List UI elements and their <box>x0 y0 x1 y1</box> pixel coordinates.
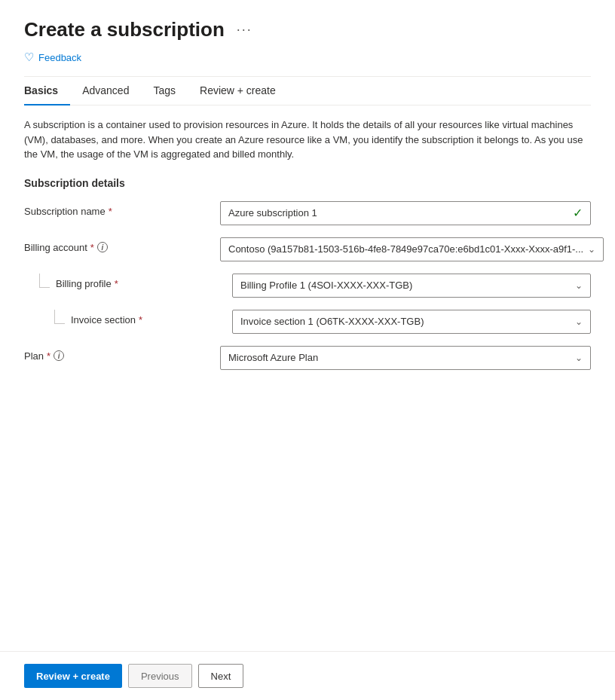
section-title: Subscription details <box>24 177 591 189</box>
billing-account-info-icon[interactable]: i <box>97 242 108 252</box>
subscription-name-label: Subscription name * <box>24 206 220 217</box>
required-indicator: * <box>115 278 118 289</box>
description-text: A subscription is a container used to pr… <box>24 118 591 162</box>
plan-info-icon[interactable]: i <box>54 350 64 361</box>
invoice-section-value: Invoice section 1 (O6TK-XXXX-XXX-TGB) <box>240 316 571 327</box>
billing-account-label: Billing account * i <box>24 242 220 253</box>
tab-review-create[interactable]: Review + create <box>188 77 288 105</box>
billing-profile-dropdown[interactable]: Billing Profile 1 (4SOI-XXXX-XXX-TGB) ⌄ <box>232 274 591 298</box>
previous-button: Previous <box>128 664 192 688</box>
plan-dropdown[interactable]: Microsoft Azure Plan ⌄ <box>220 346 591 370</box>
required-indicator: * <box>109 206 112 217</box>
subscription-name-value: Azure subscription 1 <box>228 207 568 219</box>
heart-icon: ♡ <box>24 50 34 64</box>
footer: Review + create Previous Next <box>0 651 615 700</box>
review-create-button[interactable]: Review + create <box>24 664 122 688</box>
plan-value: Microsoft Azure Plan <box>228 352 571 363</box>
tab-basics[interactable]: Basics <box>24 77 70 105</box>
page-title: Create a subscription <box>24 18 225 41</box>
chevron-down-icon: ⌄ <box>575 353 583 363</box>
billing-account-dropdown[interactable]: Contoso (9a157b81-1503-516b-4fe8-7849e97… <box>220 237 604 261</box>
ellipsis-menu-button[interactable]: ··· <box>232 20 257 39</box>
chevron-down-icon: ⌄ <box>575 280 583 291</box>
next-button[interactable]: Next <box>198 664 244 688</box>
plan-row: Plan * i Microsoft Azure Plan ⌄ <box>24 346 591 370</box>
chevron-down-icon: ⌄ <box>575 316 583 327</box>
invoice-section-dropdown[interactable]: Invoice section 1 (O6TK-XXXX-XXX-TGB) ⌄ <box>232 310 591 334</box>
required-indicator: * <box>90 242 94 253</box>
tab-advanced[interactable]: Advanced <box>70 77 141 105</box>
billing-profile-value: Billing Profile 1 (4SOI-XXXX-XXX-TGB) <box>240 280 571 291</box>
tabs-container: Basics Advanced Tags Review + create <box>24 77 591 105</box>
tab-tags[interactable]: Tags <box>141 77 188 105</box>
subscription-name-dropdown[interactable]: Azure subscription 1 ✓ <box>220 201 591 225</box>
check-icon: ✓ <box>573 206 583 220</box>
required-indicator: * <box>47 350 50 362</box>
subscription-name-row: Subscription name * Azure subscription 1… <box>24 201 591 225</box>
chevron-down-icon: ⌄ <box>588 244 595 255</box>
billing-account-value: Contoso (9a157b81-1503-516b-4fe8-7849e97… <box>228 243 583 255</box>
billing-profile-label: Billing profile * <box>56 278 232 289</box>
invoice-section-label: Invoice section * <box>71 314 232 326</box>
plan-label: Plan * i <box>24 350 220 362</box>
billing-account-row: Billing account * i Contoso (9a157b81-15… <box>24 237 591 261</box>
feedback-label: Feedback <box>38 52 81 63</box>
required-indicator: * <box>139 314 142 326</box>
feedback-link[interactable]: ♡ Feedback <box>24 50 591 64</box>
